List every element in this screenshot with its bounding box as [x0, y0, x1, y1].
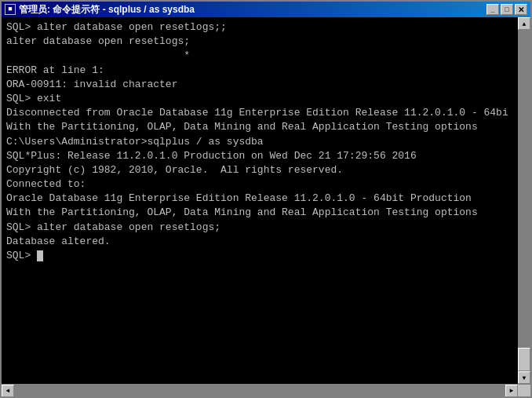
terminal-line: Oracle Database 11g Enterprise Edition R… [6, 192, 515, 206]
terminal-line: Database altered. [6, 235, 515, 249]
terminal-line: ERROR at line 1: [6, 64, 515, 78]
terminal-line: SQL> alter database open resetlogs; [6, 221, 515, 235]
terminal-line: SQL*Plus: Release 11.2.0.1.0 Production … [6, 149, 515, 163]
terminal-line: SQL> alter database open resetlogs;; [6, 20, 515, 35]
terminal-line: With the Partitioning, OLAP, Data Mining… [6, 120, 515, 134]
cursor [37, 250, 43, 261]
terminal-line: Copyright (c) 1982, 2010, Oracle. All ri… [6, 163, 515, 177]
maximize-button[interactable]: □ [501, 4, 513, 15]
terminal-line: C:\Users\Administrator>sqlplus / as sysd… [6, 135, 515, 149]
scroll-up-button[interactable]: ▲ [518, 17, 530, 30]
scroll-right-button[interactable]: ► [505, 385, 518, 397]
scroll-down-button[interactable]: ▼ [518, 371, 530, 384]
terminal-scroll-area[interactable]: SQL> alter database open resetlogs;;alte… [2, 17, 518, 384]
scroll-track[interactable] [518, 30, 530, 371]
vertical-scrollbar[interactable]: ▲ ▼ [518, 17, 530, 384]
horizontal-scrollbar[interactable]: ◄ ► [2, 384, 530, 396]
window-title: 管理员: 命令提示符 - sqlplus / as sysdba [19, 3, 195, 16]
title-bar: ■ 管理员: 命令提示符 - sqlplus / as sysdba _ □ ✕ [2, 2, 530, 17]
terminal-line: ORA-00911: invalid character [6, 78, 515, 92]
terminal-line: SQL> exit [6, 92, 515, 106]
title-bar-left: ■ 管理员: 命令提示符 - sqlplus / as sysdba [5, 3, 195, 16]
terminal-line: With the Partitioning, OLAP, Data Mining… [6, 206, 515, 220]
terminal-line: Disconnected from Oracle Database 11g En… [6, 106, 515, 120]
minimize-button[interactable]: _ [486, 4, 499, 15]
scrollbar-corner [518, 385, 530, 397]
terminal-line: SQL> [6, 249, 515, 263]
terminal-main: SQL> alter database open resetlogs;;alte… [2, 17, 530, 384]
scroll-thumb[interactable] [518, 348, 530, 371]
terminal-output: SQL> alter database open resetlogs;;alte… [6, 20, 515, 263]
window-icon: ■ [5, 4, 16, 15]
title-bar-buttons: _ □ ✕ [486, 4, 527, 15]
terminal-container: SQL> alter database open resetlogs;;alte… [2, 17, 530, 396]
terminal-line: Connected to: [6, 177, 515, 192]
terminal-window: ■ 管理员: 命令提示符 - sqlplus / as sysdba _ □ ✕… [0, 0, 532, 398]
close-button[interactable]: ✕ [515, 4, 527, 15]
h-scroll-track[interactable] [14, 385, 505, 396]
terminal-line: * [6, 49, 515, 63]
terminal-line: alter database open resetlogs; [6, 35, 515, 49]
scroll-left-button[interactable]: ◄ [2, 385, 14, 397]
